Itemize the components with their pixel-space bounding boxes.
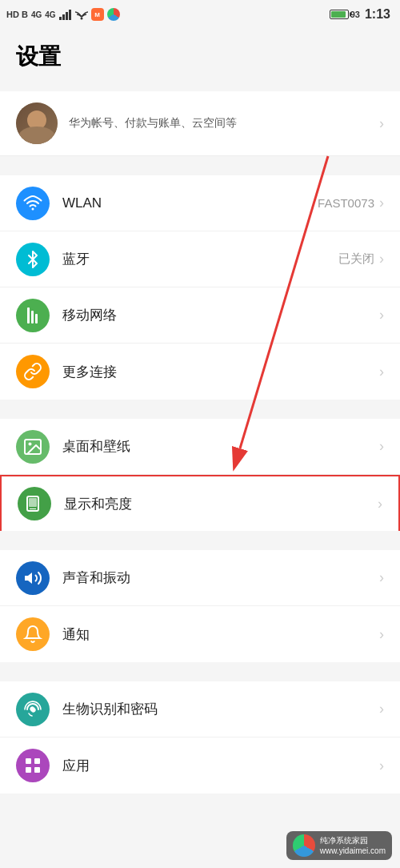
avatar — [16, 102, 58, 144]
battery-icon: 93 — [330, 10, 360, 19]
display-brightness-icon — [25, 494, 44, 513]
mobile-data-icon — [23, 306, 42, 325]
display-brightness-label: 显示和亮度 — [64, 495, 373, 513]
gap-4 — [0, 672, 400, 681]
svg-rect-6 — [27, 307, 30, 323]
notification-label: 通知 — [62, 625, 374, 644]
svg-rect-0 — [59, 17, 62, 20]
biometric-label: 生物识别和密码 — [62, 700, 374, 718]
wallpaper-chevron-icon: › — [379, 438, 384, 455]
signal-icon — [59, 9, 72, 20]
more-connection-label: 更多连接 — [62, 363, 374, 381]
wlan-value: FAST0073 — [318, 196, 374, 210]
apps-label: 应用 — [62, 757, 374, 775]
mobile-icon-circle — [16, 299, 50, 332]
settings-item-display-brightness[interactable]: 显示和亮度 › — [0, 475, 400, 531]
settings-group-sound: 声音和振动 › 通知 › — [0, 550, 400, 662]
gap-3 — [0, 540, 400, 550]
svg-point-5 — [32, 207, 34, 210]
wallpaper-label: 桌面和壁纸 — [62, 437, 374, 456]
svg-rect-1 — [62, 14, 65, 20]
gap-2 — [0, 409, 400, 419]
wlan-icon-circle — [16, 187, 50, 220]
settings-item-notification[interactable]: 通知 › — [0, 606, 400, 662]
bluetooth-icon-circle — [16, 243, 50, 276]
display-brightness-chevron-icon: › — [378, 496, 382, 512]
settings-item-wlan[interactable]: WLAN FAST0073 › — [0, 175, 400, 231]
svg-rect-12 — [29, 498, 37, 507]
battery-level: 93 — [350, 10, 360, 19]
settings-item-wallpaper[interactable]: 桌面和壁纸 › — [0, 419, 400, 475]
sound-icon-circle — [16, 561, 50, 595]
status-left: HD B 4G 4G M — [6, 8, 120, 21]
settings-item-apps[interactable]: 应用 › — [0, 737, 400, 794]
wallpaper-icon — [23, 437, 42, 456]
wifi-status-icon — [75, 9, 88, 20]
svg-rect-20 — [34, 767, 40, 773]
carrier-label: HD B — [6, 10, 28, 19]
wallpaper-icon-circle — [16, 430, 50, 464]
svg-rect-13 — [30, 508, 36, 509]
sound-label: 声音和振动 — [62, 569, 374, 587]
biometric-icon-circle — [16, 693, 50, 726]
bluetooth-chevron-icon: › — [379, 251, 384, 267]
watermark-text: 纯净系统家园 www.yidaimei.com — [320, 835, 386, 856]
status-right: 93 1:13 — [330, 7, 390, 22]
settings-item-mobile[interactable]: 移动网络 › — [0, 287, 400, 344]
svg-rect-19 — [26, 767, 31, 773]
volume-icon — [23, 569, 42, 588]
settings-item-biometric[interactable]: 生物识别和密码 › — [0, 681, 400, 737]
mobile-label: 移动网络 — [62, 306, 374, 324]
settings-group-network: WLAN FAST0073 › 蓝牙 已关闭 › — [0, 175, 400, 400]
battery-fill — [331, 11, 346, 18]
watermark-line1: 纯净系统家园 — [320, 835, 386, 846]
bluetooth-label: 蓝牙 — [62, 250, 338, 268]
svg-rect-7 — [31, 311, 34, 323]
notification-chevron-icon: › — [379, 626, 384, 643]
apps-chevron-icon: › — [379, 757, 384, 774]
fingerprint-icon — [23, 700, 42, 719]
time-label: 1:13 — [365, 7, 390, 22]
notification-icon-circle — [16, 617, 50, 651]
apps-icon-circle — [16, 749, 50, 782]
watermark: 纯净系统家园 www.yidaimei.com — [286, 831, 392, 860]
svg-point-10 — [29, 442, 32, 445]
app-icon-2 — [107, 8, 120, 21]
svg-rect-2 — [66, 12, 68, 20]
watermark-logo — [293, 834, 315, 857]
avatar-image — [16, 102, 58, 144]
settings-item-sound[interactable]: 声音和振动 › — [0, 550, 400, 606]
wlan-label: WLAN — [62, 195, 318, 211]
settings-item-more-connection[interactable]: 更多连接 › — [0, 344, 400, 400]
settings-group-display: 桌面和壁纸 › 显示和亮度 › — [0, 419, 400, 531]
page-title: 设置 — [16, 42, 384, 72]
page-wrapper: HD B 4G 4G M — [0, 0, 400, 868]
bell-icon — [23, 625, 42, 644]
svg-rect-3 — [69, 10, 71, 20]
account-description: 华为帐号、付款与账单、云空间等 — [69, 116, 368, 131]
network-4g2: 4G — [45, 10, 55, 19]
battery-bar — [330, 10, 349, 19]
settings-item-bluetooth[interactable]: 蓝牙 已关闭 › — [0, 231, 400, 287]
display-icon-circle — [18, 487, 51, 520]
link-icon — [23, 362, 42, 381]
more-connection-icon-circle — [16, 355, 50, 388]
apps-icon — [23, 756, 42, 775]
svg-point-4 — [80, 18, 82, 20]
gap-1 — [0, 166, 400, 175]
header: 设置 — [0, 29, 400, 91]
svg-marker-15 — [25, 573, 32, 584]
mobile-chevron-icon: › — [379, 307, 384, 323]
sound-chevron-icon: › — [379, 569, 384, 586]
watermark-line2: www.yidaimei.com — [320, 846, 386, 856]
more-connection-chevron-icon: › — [379, 364, 384, 380]
app-icon-1: M — [91, 8, 104, 21]
account-chevron-icon: › — [379, 115, 384, 132]
bluetooth-icon — [23, 250, 42, 269]
settings-group-security: 生物识别和密码 › 应用 › — [0, 681, 400, 794]
status-bar: HD B 4G 4G M — [0, 0, 400, 29]
svg-rect-18 — [34, 758, 40, 764]
bluetooth-value: 已关闭 — [338, 251, 374, 267]
account-section[interactable]: 华为帐号、付款与账单、云空间等 › — [0, 91, 400, 156]
svg-rect-17 — [26, 758, 31, 764]
